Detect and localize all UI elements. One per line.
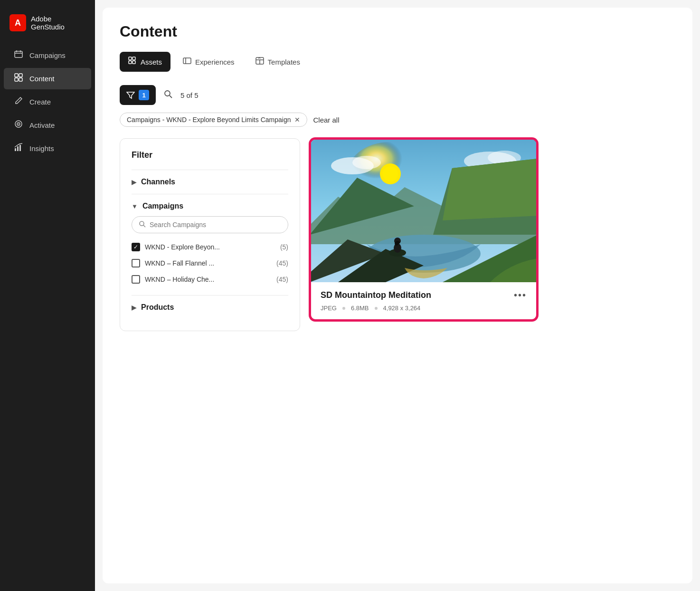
- filter-bar: 1 5 of 5: [120, 85, 675, 105]
- campaign-checkbox-fall[interactable]: [132, 259, 140, 267]
- tab-experiences-label: Experiences: [195, 58, 235, 66]
- asset-info: SD Mountaintop Meditation ••• JPEG 6.8MB…: [311, 282, 536, 319]
- templates-tab-icon: [255, 57, 264, 67]
- svg-marker-23: [127, 92, 134, 98]
- sidebar-item-create[interactable]: Create: [4, 91, 91, 113]
- svg-rect-14: [129, 57, 132, 60]
- svg-point-10: [18, 124, 19, 124]
- campaign-count-holiday: (45): [276, 276, 288, 283]
- campaigns-header[interactable]: ▼ Campaigns: [132, 202, 288, 210]
- svg-rect-5: [19, 74, 22, 77]
- svg-point-33: [352, 156, 381, 169]
- svg-rect-7: [19, 78, 22, 81]
- asset-dimensions: 4,928 x 3,264: [383, 305, 421, 312]
- sidebar-item-activate[interactable]: Activate: [4, 114, 91, 136]
- tab-assets[interactable]: Assets: [120, 52, 170, 72]
- tab-experiences[interactable]: Experiences: [174, 52, 243, 72]
- svg-rect-13: [19, 145, 21, 151]
- campaigns-label: Campaigns: [142, 202, 183, 210]
- products-label: Products: [141, 303, 174, 312]
- svg-rect-18: [183, 58, 191, 64]
- campaign-item-holiday: WKND – Holiday Che... (45): [132, 271, 288, 287]
- svg-line-27: [143, 225, 145, 227]
- tab-assets-label: Assets: [141, 58, 162, 66]
- campaign-item-fall: WKND – Fall Flannel ... (45): [132, 255, 288, 271]
- clear-all-button[interactable]: Clear all: [313, 116, 339, 124]
- meta-divider-2: [375, 307, 378, 310]
- svg-rect-4: [15, 74, 18, 77]
- sidebar-item-insights[interactable]: Insights: [4, 138, 91, 159]
- campaign-label-holiday: WKND – Holiday Che...: [145, 276, 272, 283]
- search-campaigns-input-wrapper: [132, 216, 288, 233]
- svg-rect-17: [132, 61, 135, 64]
- content-grid: SD Mountaintop Meditation ••• JPEG 6.8MB…: [310, 138, 675, 331]
- app-logo: A Adobe GenStudio: [0, 10, 95, 43]
- content-area: Content Assets: [103, 8, 692, 583]
- svg-rect-16: [129, 61, 132, 64]
- sidebar-item-content[interactable]: Content: [4, 68, 91, 89]
- content-icon: [13, 73, 24, 85]
- asset-size: 6.8MB: [351, 305, 369, 312]
- campaign-count-fall: (45): [276, 259, 288, 267]
- filter-button[interactable]: 1: [120, 85, 156, 105]
- sidebar-label-insights: Insights: [29, 144, 54, 153]
- filter-section-channels: ▶ Channels: [132, 170, 288, 194]
- filter-tags: Campaigns - WKND - Explore Beyond Limits…: [120, 113, 675, 127]
- asset-format: JPEG: [321, 305, 337, 312]
- channels-header[interactable]: ▶ Channels: [132, 178, 288, 186]
- result-count: 5 of 5: [180, 91, 199, 99]
- campaign-checkbox-holiday[interactable]: [132, 275, 140, 284]
- sidebar-item-campaigns[interactable]: Campaigns: [4, 45, 91, 66]
- page-title: Content: [120, 23, 675, 40]
- filter-tag-label: Campaigns - WKND - Explore Beyond Limits…: [127, 116, 291, 124]
- asset-meta: JPEG 6.8MB 4,928 x 3,264: [321, 305, 527, 312]
- campaign-label-explore: WKND - Explore Beyon...: [145, 243, 275, 251]
- search-campaigns-icon: [139, 220, 146, 229]
- create-icon: [13, 96, 24, 108]
- products-header[interactable]: ▶ Products: [132, 303, 288, 312]
- filter-count-badge: 1: [139, 90, 149, 100]
- app-name: Adobe GenStudio: [31, 15, 85, 31]
- bottom-section: Filter ▶ Channels ▼ Campaigns: [120, 138, 675, 331]
- search-campaigns-input[interactable]: [150, 221, 281, 229]
- sidebar-label-activate: Activate: [29, 121, 55, 129]
- sidebar-label-campaigns: Campaigns: [29, 51, 66, 59]
- channels-chevron-icon: ▶: [132, 179, 136, 186]
- svg-marker-38: [443, 159, 536, 220]
- tab-templates[interactable]: Templates: [247, 52, 309, 72]
- svg-rect-0: [15, 51, 22, 57]
- tabs-bar: Assets Experiences: [120, 52, 675, 72]
- campaign-filter-tag: Campaigns - WKND - Explore Beyond Limits…: [120, 113, 307, 127]
- campaign-checkbox-explore[interactable]: ✓: [132, 243, 140, 251]
- svg-point-31: [383, 166, 398, 181]
- filter-panel: Filter ▶ Channels ▼ Campaigns: [120, 138, 300, 331]
- campaign-label-fall: WKND – Fall Flannel ...: [145, 259, 272, 267]
- svg-line-25: [170, 95, 172, 98]
- assets-tab-icon: [128, 57, 137, 67]
- asset-more-button[interactable]: •••: [514, 290, 527, 301]
- adobe-icon: A: [9, 14, 26, 31]
- asset-card[interactable]: SD Mountaintop Meditation ••• JPEG 6.8MB…: [310, 138, 538, 321]
- products-chevron-icon: ▶: [132, 304, 136, 311]
- meta-divider-1: [342, 307, 345, 310]
- asset-image: [311, 140, 536, 282]
- filter-section-campaigns: ▼ Campaigns: [132, 194, 288, 295]
- svg-rect-6: [15, 78, 18, 81]
- svg-rect-15: [132, 57, 135, 60]
- filter-section-products: ▶ Products: [132, 295, 288, 319]
- sidebar-label-content: Content: [29, 75, 55, 83]
- main-area: Content Assets: [95, 0, 700, 591]
- experiences-tab-icon: [183, 57, 191, 67]
- channels-label: Channels: [141, 178, 175, 186]
- tab-templates-label: Templates: [268, 58, 300, 66]
- svg-rect-11: [15, 148, 16, 151]
- filter-tag-close-icon[interactable]: ✕: [294, 116, 300, 123]
- svg-point-24: [165, 91, 170, 96]
- campaigns-chevron-icon: ▼: [132, 203, 138, 210]
- campaign-item-explore: ✓ WKND - Explore Beyon... (5): [132, 239, 288, 255]
- search-icon: [163, 89, 173, 101]
- asset-title: SD Mountaintop Meditation: [321, 290, 431, 300]
- svg-point-26: [140, 221, 144, 226]
- svg-rect-12: [17, 146, 19, 151]
- filter-panel-title: Filter: [132, 150, 288, 160]
